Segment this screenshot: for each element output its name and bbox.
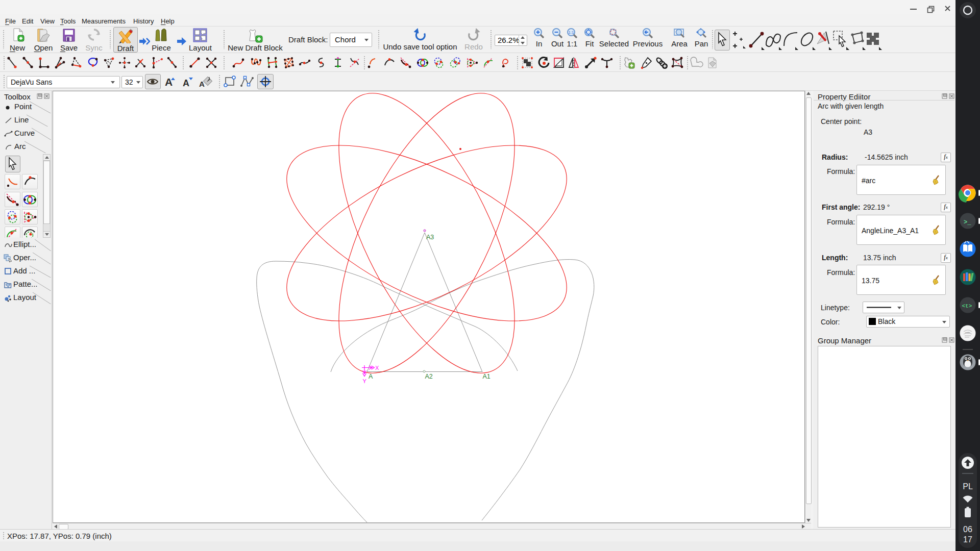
svg-text:06: 06: [963, 525, 972, 534]
svg-text:A: A: [183, 78, 189, 88]
svg-text:mln: mln: [965, 331, 970, 334]
svg-text:A1: A1: [483, 373, 491, 380]
svg-text:A2: A2: [425, 373, 433, 380]
svg-text:A: A: [165, 76, 173, 88]
svg-text:A: A: [369, 373, 373, 380]
svg-text:PL: PL: [963, 482, 973, 491]
svg-text:17: 17: [963, 535, 972, 544]
svg-text:>_: >_: [964, 219, 971, 226]
svg-text:1:1: 1:1: [568, 30, 574, 35]
svg-text:<t>: <t>: [962, 303, 972, 309]
svg-text:A3: A3: [426, 234, 434, 241]
svg-text:X: X: [375, 365, 379, 371]
svg-text:Y: Y: [363, 378, 367, 384]
